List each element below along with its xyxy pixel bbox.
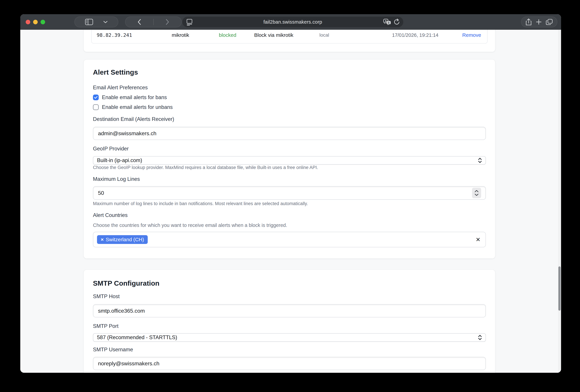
country-tag-switzerland[interactable]: × Switzerland (CH) — [97, 235, 148, 244]
svg-text:A: A — [385, 20, 387, 23]
window-actions — [521, 16, 557, 27]
stepper-up-icon — [474, 190, 479, 192]
geoip-help-text: Choose the GeoIP lookup provider. MaxMin… — [93, 165, 318, 170]
destination-email-input[interactable] — [93, 127, 486, 140]
svg-text:文: 文 — [387, 21, 390, 24]
nav-divider — [153, 19, 154, 25]
tag-remove-icon[interactable]: × — [101, 237, 104, 242]
share-button[interactable] — [526, 18, 532, 25]
browser-toolbar: fail2ban.swissmakers.corp A 文 — [20, 14, 561, 30]
geoip-provider-label: GeoIP Provider — [93, 146, 129, 152]
alert-countries-label: Alert Countries — [93, 212, 128, 218]
reload-icon[interactable] — [393, 18, 400, 25]
max-log-lines-help-text: Maximum number of log lines to include i… — [93, 201, 308, 206]
blocked-ips-card: 98.82.39.241 mikrotik blocked Block via … — [84, 30, 495, 52]
sidebar-controls — [74, 16, 118, 27]
row-ip-address: 98.82.39.241 — [97, 30, 132, 43]
max-log-lines-label: Maximum Log Lines — [93, 176, 140, 182]
blocked-ips-table: 98.82.39.241 mikrotik blocked Block via … — [91, 30, 488, 44]
forward-button[interactable] — [166, 19, 169, 25]
alert-settings-card: Alert Settings Email Alert Preferences E… — [84, 60, 495, 258]
navigation-controls — [125, 16, 182, 27]
smtp-title: SMTP Configuration — [93, 279, 159, 287]
row-source: local — [319, 30, 329, 43]
row-jail: mikrotik — [172, 30, 189, 43]
max-log-lines-value: 50 — [98, 190, 104, 196]
row-timestamp: 17/01/2026, 19:21:14 — [392, 30, 438, 43]
select-chevrons-icon — [478, 158, 482, 163]
smtp-username-input[interactable] — [93, 357, 486, 370]
browser-window: fail2ban.swissmakers.corp A 文 — [20, 14, 561, 373]
smtp-host-label: SMTP Host — [93, 294, 120, 299]
smtp-host-input[interactable] — [93, 304, 486, 317]
geoip-provider-select[interactable]: Built-in (ip-api.com) — [93, 156, 486, 165]
stepper-down-icon — [474, 194, 479, 196]
translate-icon[interactable]: A 文 — [383, 18, 391, 25]
geoip-provider-value: Built-in (ip-api.com) — [97, 157, 142, 163]
tab-overview-icon — [546, 19, 553, 25]
share-icon — [526, 18, 532, 25]
page-content: 98.82.39.241 mikrotik blocked Block via … — [20, 30, 561, 373]
minimize-window-button[interactable] — [33, 20, 38, 24]
sidebar-icon — [85, 19, 93, 25]
address-bar[interactable]: fail2ban.swissmakers.corp A 文 — [182, 16, 404, 27]
chevron-right-icon — [166, 19, 169, 25]
country-tag-label: Switzerland (CH) — [106, 237, 144, 242]
smtp-port-value: 587 (Recommended - STARTTLS) — [97, 334, 177, 341]
unbans-checkbox[interactable] — [93, 104, 99, 110]
new-tab-button[interactable] — [536, 19, 542, 25]
alert-countries-description: Choose the countries for which you want … — [93, 222, 287, 228]
email-prefs-label: Email Alert Preferences — [93, 85, 148, 91]
sidebar-toggle-button[interactable] — [85, 19, 93, 25]
zoom-window-button[interactable] — [41, 20, 45, 24]
smtp-port-label: SMTP Port — [93, 323, 119, 329]
check-icon — [94, 96, 98, 99]
close-window-button[interactable] — [26, 20, 30, 24]
url-text: fail2ban.swissmakers.corp — [182, 19, 403, 25]
unbans-checkbox-label[interactable]: Enable email alerts for unbans — [102, 104, 173, 110]
checkbox-row-bans: Enable email alerts for bans — [93, 94, 167, 101]
table-row: 98.82.39.241 mikrotik blocked Block via … — [92, 30, 487, 43]
remove-link[interactable]: Remove — [462, 30, 481, 43]
select-chevrons-icon — [478, 335, 482, 340]
max-log-lines-input[interactable]: 50 — [93, 186, 486, 200]
clear-selection-icon[interactable]: ✕ — [476, 236, 481, 243]
smtp-configuration-card: SMTP Configuration SMTP Host SMTP Port 5… — [84, 270, 495, 373]
smtp-username-label: SMTP Username — [93, 347, 133, 353]
chevron-left-icon — [138, 19, 141, 25]
number-stepper[interactable] — [472, 188, 481, 198]
row-status-blocked: blocked — [219, 30, 236, 43]
scrollbar-track[interactable] — [558, 30, 561, 373]
row-action: Block via mikrotik — [254, 30, 293, 43]
chevron-down-icon — [103, 21, 108, 23]
alert-settings-title: Alert Settings — [93, 68, 138, 76]
alert-countries-multiselect[interactable]: × Switzerland (CH) ✕ — [93, 232, 486, 247]
smtp-port-select[interactable]: 587 (Recommended - STARTTLS) — [93, 333, 486, 342]
back-button[interactable] — [138, 19, 141, 25]
plus-icon — [536, 19, 542, 25]
bans-checkbox-label[interactable]: Enable email alerts for bans — [102, 94, 167, 100]
scrollbar-thumb[interactable] — [558, 266, 561, 311]
traffic-lights — [26, 14, 45, 30]
destination-email-label: Destination Email (Alerts Receiver) — [93, 116, 174, 122]
bans-checkbox[interactable] — [93, 95, 99, 100]
checkbox-row-unbans: Enable email alerts for unbans — [93, 104, 173, 110]
sidebar-menu-button[interactable] — [103, 21, 108, 23]
tab-overview-button[interactable] — [546, 19, 553, 25]
